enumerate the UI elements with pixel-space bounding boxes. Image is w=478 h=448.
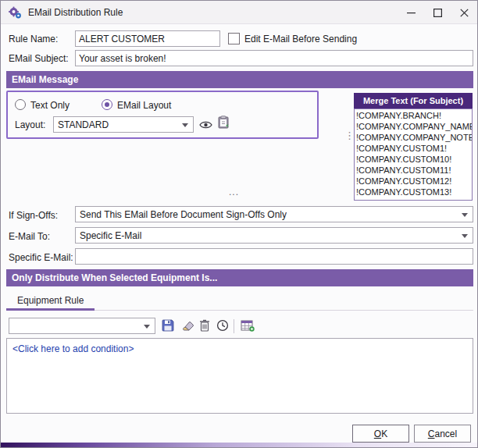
email-layout-radio[interactable]	[102, 99, 112, 110]
if-sign-offs-value: Send This EMail Before Document Sign-Off…	[80, 209, 287, 220]
rule-name-label: Rule Name:	[9, 31, 58, 47]
window-controls	[398, 1, 477, 24]
app-gear-icon	[8, 5, 22, 20]
merge-item[interactable]: !COMPANY.CUSTOM12!	[356, 176, 472, 187]
chevron-down-icon	[144, 325, 150, 329]
dialog-email-distribution-rule: EMail Distribution Rule Rule Name: Edit …	[0, 0, 478, 448]
merge-item[interactable]: !COMPANY.BRANCH!	[356, 110, 472, 121]
merge-text-header: Merge Text (For Subject)	[354, 93, 473, 108]
toolbar-separator	[234, 319, 234, 333]
tab-equipment-rule[interactable]: Equipment Rule	[6, 291, 95, 311]
save-rule-button[interactable]	[160, 318, 176, 333]
edit-email-checkbox-label[interactable]: Edit E-Mail Before Sending	[244, 31, 357, 47]
equipment-tabstrip: Equipment Rule	[6, 291, 473, 311]
merge-text-list[interactable]: !COMPANY.BRANCH! !COMPANY.COMPANY_NAME !…	[354, 108, 473, 201]
chevron-down-icon	[462, 213, 468, 217]
text-only-radio[interactable]	[15, 99, 26, 110]
email-subject-input[interactable]	[75, 50, 473, 66]
cancel-button[interactable]: Cancel	[414, 425, 471, 443]
layout-option-group: Text Only EMail Layout Layout: STANDARD	[6, 91, 319, 139]
specific-email-label: Specific E-Mail:	[9, 250, 73, 265]
layout-combobox[interactable]: STANDARD	[53, 116, 194, 133]
titlebar: EMail Distribution Rule	[1, 1, 477, 24]
merge-item[interactable]: !COMPANY.CUSTOM10!	[356, 154, 472, 165]
splitter-grip-icon[interactable]: ⋮	[344, 132, 352, 139]
if-sign-offs-label: If Sign-Offs:	[9, 208, 58, 223]
add-condition-link[interactable]: <Click here to add condition>	[12, 343, 134, 354]
clear-eraser-button[interactable]	[179, 318, 194, 333]
maximize-button[interactable]	[424, 1, 451, 24]
merge-item[interactable]: !COMPANY.CUSTOM13!	[356, 187, 472, 197]
edit-email-checkbox[interactable]	[228, 33, 240, 44]
email-subject-label: EMail Subject:	[9, 51, 69, 66]
ok-button-label: OK	[374, 428, 387, 439]
ok-button[interactable]: OK	[352, 425, 409, 443]
if-sign-offs-combobox[interactable]: Send This EMail Before Document Sign-Off…	[75, 206, 473, 222]
bottom-accent-bar	[1, 443, 477, 447]
condition-panel: <Click here to add condition>	[6, 338, 473, 414]
minimize-button[interactable]	[398, 1, 424, 24]
layout-value: STANDARD	[58, 119, 109, 130]
history-clock-icon[interactable]	[215, 318, 230, 333]
window-title: EMail Distribution Rule	[28, 7, 123, 18]
email-layout-label[interactable]: EMail Layout	[117, 98, 171, 113]
merge-item[interactable]: !COMPANY.CUSTOM11!	[356, 165, 472, 176]
merge-item[interactable]: !COMPANY.COMPANY_NOTE	[356, 132, 472, 143]
text-only-label[interactable]: Text Only	[30, 98, 70, 113]
chevron-down-icon	[182, 123, 188, 127]
specific-email-input[interactable]	[75, 248, 473, 265]
equipment-section-header: Only Distribute When Selected Equipment …	[6, 269, 473, 286]
select-equipment-table-icon[interactable]	[240, 318, 255, 333]
cancel-button-label: Cancel	[428, 428, 457, 439]
preview-eye-icon[interactable]	[198, 117, 213, 133]
splitter-ellipsis[interactable]: ...	[229, 187, 239, 197]
email-to-value: Specific E-Mail	[80, 230, 141, 241]
layout-label: Layout:	[15, 117, 45, 133]
paste-layout-clipboard-icon[interactable]	[216, 114, 231, 130]
rule-name-input[interactable]	[75, 30, 220, 47]
close-button[interactable]	[451, 1, 477, 24]
merge-item[interactable]: !COMPANY.CUSTOM1!	[356, 143, 472, 154]
email-message-header: EMail Message	[6, 71, 473, 88]
delete-trash-icon[interactable]	[197, 318, 212, 333]
chevron-down-icon	[462, 234, 468, 238]
merge-item[interactable]: !COMPANY.COMPANY_NAME	[356, 121, 472, 132]
email-to-combobox[interactable]: Specific E-Mail	[75, 227, 473, 244]
equipment-rule-combobox[interactable]	[9, 318, 155, 334]
email-to-label: E-Mail To:	[9, 229, 50, 244]
